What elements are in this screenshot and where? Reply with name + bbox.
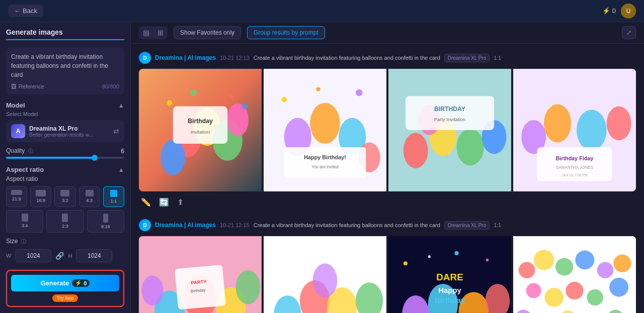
topbar-right: ⚡ 0 U xyxy=(602,4,636,19)
group-name-1: Dreamina | AI images xyxy=(155,54,216,61)
svg-point-78 xyxy=(526,283,541,298)
svg-point-77 xyxy=(613,255,631,272)
sidebar: Generate images Create a vibrant birthda… xyxy=(0,22,131,313)
expand-button[interactable]: ⤢ xyxy=(622,26,636,39)
list-view-button[interactable]: ▤ xyxy=(139,26,153,39)
share-action-button[interactable]: ⬆ xyxy=(175,195,186,209)
quality-section: Quality ⓘ 6 xyxy=(6,147,124,159)
content-toolbar: ▤ ⊞ Show Favorites only Group results by… xyxy=(131,22,644,44)
image-cell-2-1[interactable]: PARTY Birthday xyxy=(139,236,262,313)
group-time-2: 10-21 12:15 xyxy=(220,222,250,228)
aspect-thumb xyxy=(103,214,108,223)
back-button[interactable]: ← Back xyxy=(8,5,43,17)
svg-point-5 xyxy=(167,100,173,106)
images-scroll[interactable]: D Dreamina | AI images 10-21 12:13 Creat… xyxy=(131,44,644,313)
aspect-4-3[interactable]: 4:3 xyxy=(79,186,100,207)
prompt-box: Create a vibrant birthday invitation fea… xyxy=(6,47,124,94)
edit-action-button[interactable]: ✏️ xyxy=(139,195,153,209)
group-prompt-1: Create a vibrant birthday invitation fea… xyxy=(254,55,440,61)
lightning-icon: ⚡ xyxy=(602,7,610,15)
refresh-action-button[interactable]: 🔄 xyxy=(157,195,171,209)
image-cell-1-1[interactable]: Birthday Invitation xyxy=(139,69,262,191)
main-layout: Generate images Create a vibrant birthda… xyxy=(0,22,644,313)
height-input[interactable] xyxy=(76,249,112,262)
model-name: Dreamina XL Pro xyxy=(29,125,109,132)
svg-point-34 xyxy=(544,104,571,142)
model-icon: A xyxy=(11,124,25,138)
quality-slider[interactable] xyxy=(6,157,124,159)
image-cell-1-4[interactable]: Birthday Fiday SAMANTHA JONES JAN 18, 7:… xyxy=(513,69,636,191)
size-section: Size ⓘ W 🔗 H xyxy=(6,238,124,262)
model-section-header[interactable]: Model ▲ xyxy=(6,99,124,111)
svg-point-18 xyxy=(316,87,320,91)
width-input[interactable] xyxy=(15,249,51,262)
group-avatar-2: D xyxy=(139,219,151,231)
aspect-thumb xyxy=(36,190,46,196)
aspect-ratio-section: Aspect ratio ▲ Aspect ratio 21:9 16:9 3:… xyxy=(6,164,124,233)
image-cell-2-4[interactable] xyxy=(513,236,636,313)
svg-text:SAMANTHA JONES: SAMANTHA JONES xyxy=(556,165,594,170)
group-actions-1: ✏️ 🔄 ⬆ xyxy=(139,195,636,209)
grid-view-button[interactable]: ⊞ xyxy=(153,26,168,39)
svg-text:Birthday Fiday: Birthday Fiday xyxy=(555,155,593,161)
svg-point-79 xyxy=(544,288,564,307)
aspect-grid-row1: 21:9 16:9 3:2 4:3 1:1 xyxy=(6,186,124,207)
svg-point-7 xyxy=(190,89,197,96)
svg-point-46 xyxy=(141,276,163,306)
size-row: W 🔗 H xyxy=(6,249,124,262)
aspect-3-4[interactable]: 3:4 xyxy=(6,210,43,233)
group-model-1: Dreamina XL Pro xyxy=(444,54,490,62)
slider-thumb[interactable] xyxy=(92,155,98,161)
svg-rect-29 xyxy=(406,96,494,130)
svg-point-81 xyxy=(587,289,603,306)
reference-button[interactable]: 🖼 Reference xyxy=(11,83,44,89)
slider-fill xyxy=(6,157,95,159)
chevron-up-icon-2: ▲ xyxy=(118,166,124,173)
chevron-up-icon: ▲ xyxy=(118,102,124,109)
aspect-9-16[interactable]: 9:16 xyxy=(87,210,124,233)
aspect-16-9[interactable]: 16:9 xyxy=(30,186,51,207)
aspect-21-9[interactable]: 21:9 xyxy=(6,186,27,207)
svg-rect-20 xyxy=(284,147,366,178)
image-cell-2-3[interactable]: DARE Happy Birthday xyxy=(388,236,511,313)
image-cell-2-2[interactable]: Happy Birthday! 🎂 xyxy=(264,236,386,313)
aspect-thumb xyxy=(86,190,94,196)
link-icon: 🔗 xyxy=(55,252,64,260)
svg-text:Invitation: Invitation xyxy=(191,129,210,135)
aspect-3-2[interactable]: 3:2 xyxy=(54,186,75,207)
svg-rect-47 xyxy=(175,265,226,309)
content-area: ▤ ⊞ Show Favorites only Group results by… xyxy=(131,22,644,313)
size-label: Size ⓘ xyxy=(6,238,26,245)
group-model-2: Dreamina XL Pro xyxy=(444,221,490,230)
aspect-2-3[interactable]: 2:3 xyxy=(46,210,84,233)
svg-point-73 xyxy=(534,250,554,270)
image-grid-1: Birthday Invitation xyxy=(139,69,636,191)
avatar[interactable]: U xyxy=(621,4,636,19)
aspect-1-1[interactable]: 1:1 xyxy=(103,186,124,207)
svg-point-14 xyxy=(310,103,340,144)
group-results-button[interactable]: Group results by prompt xyxy=(247,26,325,39)
aspect-ratio-header[interactable]: Aspect ratio ▲ xyxy=(6,164,124,175)
show-favorites-button[interactable]: Show Favorites only xyxy=(174,26,241,39)
svg-point-66 xyxy=(454,251,458,255)
svg-rect-9 xyxy=(173,107,227,144)
sidebar-title: Generate images xyxy=(6,28,124,40)
settings-icon[interactable]: ⇄ xyxy=(113,127,119,135)
image-cell-1-3[interactable]: BIRTHDAY Party Invitation xyxy=(388,69,511,191)
prompt-text[interactable]: Create a vibrant birthday invitation fea… xyxy=(11,52,119,79)
quality-label: Quality ⓘ xyxy=(6,147,33,155)
generate-button[interactable]: Generate ⚡ 0 xyxy=(11,275,119,291)
model-card[interactable]: A Dreamina XL Pro Better generation resu… xyxy=(6,120,124,142)
svg-text:You are invited: You are invited xyxy=(311,165,338,169)
svg-point-17 xyxy=(281,97,287,102)
svg-text:Happy Birthday!: Happy Birthday! xyxy=(304,154,346,160)
generate-bar: Generate ⚡ 0 Try free xyxy=(6,270,124,307)
group-ratio-1: 1:1 xyxy=(494,55,501,61)
svg-text:JAN 18, 7:00 PM: JAN 18, 7:00 PM xyxy=(561,173,588,177)
svg-point-36 xyxy=(607,107,631,141)
aspect-thumb xyxy=(11,190,22,195)
group-avatar-1: D xyxy=(139,52,151,64)
image-cell-1-2[interactable]: Happy Birthday! You are invited xyxy=(264,69,386,191)
svg-text:Happy: Happy xyxy=(438,286,461,294)
svg-point-75 xyxy=(575,250,594,269)
